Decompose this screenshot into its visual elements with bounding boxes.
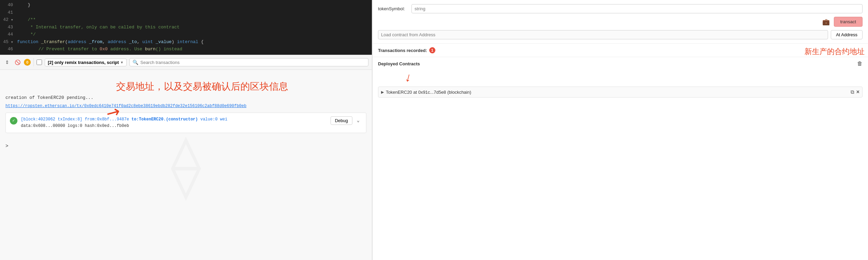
debug-button[interactable]: Debug: [331, 116, 352, 125]
token-symbol-label: tokenSymbol:: [378, 6, 409, 11]
expand-icon[interactable]: ⇕: [3, 58, 11, 66]
right-panel: tokenSymbol: 💼 transact At Address Trans…: [373, 0, 868, 260]
code-line-41: 41: [0, 9, 372, 16]
console-prompt: >: [0, 141, 372, 152]
creation-text: creation of TokenERC20 pending...: [5, 95, 366, 100]
code-line-44: 44 */: [0, 31, 372, 38]
console-area: ⟠ 交易地址，以及交易被确认后的区块信息 ↙ creation of Token…: [0, 70, 372, 260]
transactions-recorded-section: Transactions recorded: 1 新生产的合约地址: [373, 44, 868, 57]
toolbar: ⇕ 🚫 0 [2] only remix transactions, scrip…: [0, 55, 372, 70]
code-line-45: 45 ▼ function _transfer(address _from, a…: [0, 38, 372, 46]
block-icon[interactable]: 🚫: [14, 58, 21, 66]
transaction-count-badge: 0: [24, 59, 31, 66]
token-symbol-input[interactable]: [411, 4, 863, 13]
search-input[interactable]: [140, 60, 365, 65]
block-text: [block:4023062 txIndex:8] from:0x8bf...9…: [21, 116, 327, 129]
block-line1: [block:4023062 txIndex:8] from:0x8bf...9…: [21, 116, 327, 123]
transaction-filter-dropdown[interactable]: [2] only remix transactions, script ▼: [45, 58, 127, 66]
tx-link[interactable]: https://ropsten.etherscan.io/tx/0x0edc64…: [5, 104, 366, 108]
contract-name-label: TokenERC20 at 0x91c...7d5e8 (blockchain): [386, 90, 849, 95]
divider: [33, 58, 34, 66]
deployed-contract-row: ▶ TokenERC20 at 0x91c...7d5e8 (blockchai…: [378, 87, 863, 98]
red-arrow-annotation: ↓: [378, 70, 863, 84]
deployed-contracts-header: Deployed Contracts 🗑: [378, 61, 863, 67]
search-box: 🔍: [129, 58, 368, 66]
left-panel: 40 } 41 42 ▼ /** 43 * Internal transfer,…: [0, 0, 372, 260]
script-checkbox[interactable]: [37, 60, 42, 65]
red-arrow-down-icon: ↓: [404, 69, 413, 85]
console-content: 交易地址，以及交易被确认后的区块信息 ↙ creation of TokenER…: [0, 70, 372, 141]
contract-close-icon[interactable]: ×: [856, 89, 859, 95]
code-editor: 40 } 41 42 ▼ /** 43 * Internal transfer,…: [0, 0, 372, 55]
transact-button[interactable]: transact: [834, 17, 863, 27]
trash-icon[interactable]: 🗑: [857, 61, 863, 67]
briefcase-icon[interactable]: 💼: [822, 18, 830, 26]
code-line-42: 42 ▼ /**: [0, 16, 372, 24]
code-line-40: 40 }: [0, 1, 372, 9]
code-line-43: 43 * Internal transfer, only can be call…: [0, 24, 372, 31]
transact-row: 💼 transact: [378, 17, 863, 27]
deployed-contracts-title: Deployed Contracts: [378, 61, 420, 66]
right-top-section: tokenSymbol: 💼 transact At Address: [373, 0, 868, 44]
search-icon: 🔍: [132, 60, 138, 65]
load-contract-input[interactable]: [378, 30, 828, 39]
contract-copy-icon[interactable]: ⧉: [851, 89, 854, 95]
load-contract-row: At Address: [378, 30, 863, 39]
block-line2: data:0x608...00000 logs:0 hash:0x0ed...f…: [21, 123, 327, 129]
deployed-contracts-section: Deployed Contracts 🗑 ↓ ▶ TokenERC20 at 0…: [373, 57, 868, 101]
success-icon: ✓: [10, 117, 17, 125]
token-symbol-row: tokenSymbol:: [378, 4, 863, 13]
chevron-down-icon: ▼: [120, 61, 124, 64]
transactions-count-badge: 1: [429, 47, 435, 53]
at-address-button[interactable]: At Address: [831, 30, 863, 39]
expand-block-icon[interactable]: ⌄: [354, 117, 362, 125]
block-actions: Debug ⌄: [331, 116, 362, 125]
block-info-row: ✓ [block:4023062 txIndex:8] from:0x8bf..…: [5, 113, 366, 133]
contract-expand-icon[interactable]: ▶: [381, 90, 384, 94]
new-contract-annotation: 新生产的合约地址: [804, 47, 865, 57]
transactions-recorded-label: Transactions recorded:: [378, 48, 427, 53]
annotation-text-transaction: 交易地址，以及交易被确认后的区块信息: [116, 80, 288, 93]
code-line-46: 46 // Prevent transfer to 0x0 address. U…: [0, 46, 372, 53]
